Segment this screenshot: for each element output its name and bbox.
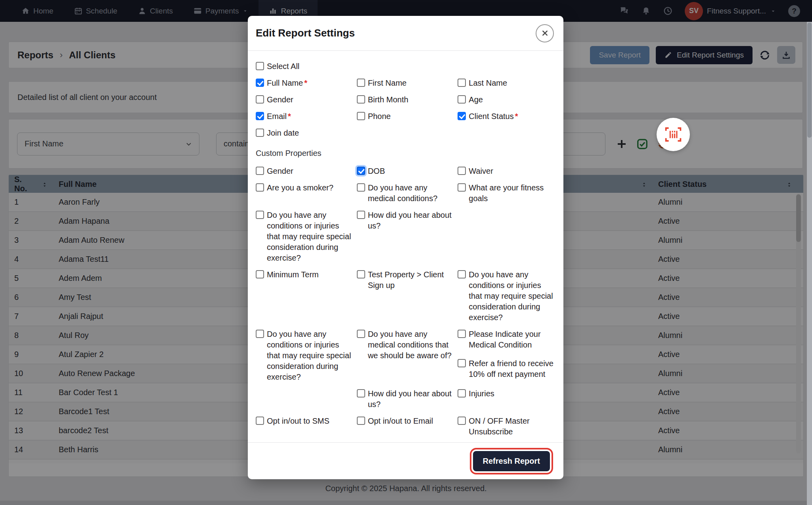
checkbox-hear-about-us-2[interactable]: How did you hear about us? [357, 388, 454, 410]
checkbox-opt-sms[interactable]: Opt in/out to SMS [256, 416, 353, 437]
checkbox-box [357, 79, 365, 87]
checkbox-join-date[interactable]: Join date [256, 128, 353, 138]
checkbox-label: Do you have any medical conditions that … [368, 329, 454, 361]
checkbox-client-status[interactable]: Client Status* [458, 111, 555, 122]
custom-properties-heading: Custom Properties [256, 149, 555, 158]
checkbox-age[interactable]: Age [458, 94, 555, 105]
checkbox-box [256, 270, 264, 278]
checkbox-injuries[interactable]: Injuries [458, 388, 555, 410]
field-row: Email* Phone Client Status* [256, 111, 555, 122]
modal-header: Edit Report Settings [248, 16, 563, 51]
app-screen: Home Schedule Clients Payments Reports [0, 0, 812, 505]
edit-report-settings-modal: Edit Report Settings Select All Full Nam… [248, 16, 563, 479]
checkbox-select-all[interactable]: Select All [256, 61, 353, 72]
field-row: Are you a smoker? Do you have any medica… [256, 182, 555, 204]
checkbox-label: Email* [267, 111, 291, 122]
checkbox-full-name[interactable]: Full Name* [256, 78, 353, 88]
checkbox-box [357, 270, 365, 278]
checkbox-opt-email[interactable]: Opt in/out to Email [357, 416, 454, 437]
checkbox-box [458, 330, 466, 338]
checkbox-box [458, 79, 466, 87]
checkbox-label: Last Name [469, 78, 507, 88]
checkbox-conditions-injuries-1[interactable]: Do you have any conditions or injuries t… [256, 210, 353, 263]
barcode-scan-button[interactable] [657, 118, 690, 151]
checkbox-label: How did you hear about us? [368, 210, 454, 231]
page-scrollbar-thumb[interactable] [807, 23, 812, 138]
modal-title: Edit Report Settings [256, 27, 355, 39]
checkbox-minimum-term[interactable]: Minimum Term [256, 269, 353, 323]
field-row: Full Name* First Name Last Name [256, 78, 555, 88]
checkbox-last-name[interactable]: Last Name [458, 78, 555, 88]
checkbox-label: Full Name* [267, 78, 307, 88]
checkbox-box [256, 167, 264, 175]
refresh-report-button[interactable]: Refresh Report [473, 451, 550, 471]
checkbox-box [458, 95, 466, 104]
checkbox-label: Injuries [469, 388, 494, 399]
checkbox-label: Birth Month [368, 94, 408, 105]
checkbox-first-name[interactable]: First Name [357, 78, 454, 88]
checkbox-box [357, 417, 365, 425]
checkbox-smoker[interactable]: Are you a smoker? [256, 182, 353, 204]
checkbox-conditions-injuries-3[interactable]: Do you have any conditions or injuries t… [256, 329, 353, 382]
checkbox-waiver[interactable]: Waiver [458, 166, 555, 177]
checkbox-label: Minimum Term [267, 269, 319, 280]
checkbox-box [256, 211, 264, 219]
checkbox-label: Phone [368, 111, 391, 122]
checkbox-box [256, 183, 264, 192]
field-row: How did you hear about us? Injuries [256, 388, 555, 410]
checkbox-box [256, 79, 264, 87]
checkbox-label: Client Status* [469, 111, 518, 122]
checkbox-label: First Name [368, 78, 407, 88]
page-scrollbar[interactable] [807, 22, 812, 505]
checkbox-label: Do you have any conditions or injuries t… [469, 269, 555, 323]
checkbox-box [256, 417, 264, 425]
field-row: Do you have any conditions or injuries t… [256, 329, 555, 382]
checkbox-box [458, 167, 466, 175]
checkbox-box [357, 330, 365, 338]
checkbox-box [357, 389, 365, 397]
checkbox-box [256, 95, 264, 104]
checkbox-medical-conditions[interactable]: Do you have any medical conditions? [357, 182, 454, 204]
checkbox-birth-month[interactable]: Birth Month [357, 94, 454, 105]
checkbox-label: Refer a friend to receive 10% off next p… [469, 358, 555, 380]
checkbox-label: ON / OFF Master Unsubscribe [469, 416, 555, 437]
field-row: Opt in/out to SMS Opt in/out to Email ON… [256, 416, 555, 437]
checkbox-label: Gender [267, 166, 293, 177]
close-icon [541, 29, 549, 37]
checkbox-label: Opt in/out to Email [368, 416, 433, 426]
checkbox-box [357, 211, 365, 219]
barcode-icon [664, 127, 682, 142]
checkbox-dob[interactable]: DOB [357, 166, 454, 177]
checkbox-box [458, 359, 466, 367]
checkbox-box [256, 330, 264, 338]
modal-close-button[interactable] [536, 24, 554, 42]
stacked-cell: Please Indicate your Medical Condition R… [458, 329, 555, 382]
checkbox-label: Please Indicate your Medical Condition [469, 329, 555, 350]
empty-cell [256, 388, 354, 410]
checkbox-email[interactable]: Email* [256, 111, 353, 122]
checkbox-custom-gender[interactable]: Gender [256, 166, 353, 177]
checkbox-box [458, 112, 466, 120]
checkbox-box [357, 167, 365, 175]
checkbox-box [357, 95, 365, 104]
field-row: Gender DOB Waiver [256, 166, 555, 177]
empty-cell [458, 210, 555, 263]
checkbox-conditions-injuries-2[interactable]: Do you have any conditions or injuries t… [458, 269, 555, 323]
required-asterisk: * [288, 112, 291, 121]
checkbox-indicate-medical[interactable]: Please Indicate your Medical Condition [458, 329, 555, 350]
field-row: Do you have any conditions or injuries t… [256, 210, 555, 263]
checkbox-master-unsubscribe[interactable]: ON / OFF Master Unsubscribe [458, 416, 555, 437]
checkbox-label: Select All [267, 61, 299, 72]
checkbox-test-property[interactable]: Test Property > Client Sign up [357, 269, 454, 323]
checkbox-fitness-goals[interactable]: What are your fitness goals [458, 182, 555, 204]
checkbox-label: Do you have any conditions or injuries t… [267, 329, 353, 382]
checkbox-label: How did you hear about us? [368, 388, 454, 410]
checkbox-gender[interactable]: Gender [256, 94, 353, 105]
checkbox-refer-friend[interactable]: Refer a friend to receive 10% off next p… [458, 358, 555, 380]
checkbox-box [458, 389, 466, 397]
checkbox-hear-about-us-1[interactable]: How did you hear about us? [357, 210, 454, 263]
checkbox-medical-aware[interactable]: Do you have any medical conditions that … [357, 329, 454, 382]
checkbox-label: Join date [267, 128, 299, 138]
field-row: Gender Birth Month Age [256, 94, 555, 105]
checkbox-phone[interactable]: Phone [357, 111, 454, 122]
